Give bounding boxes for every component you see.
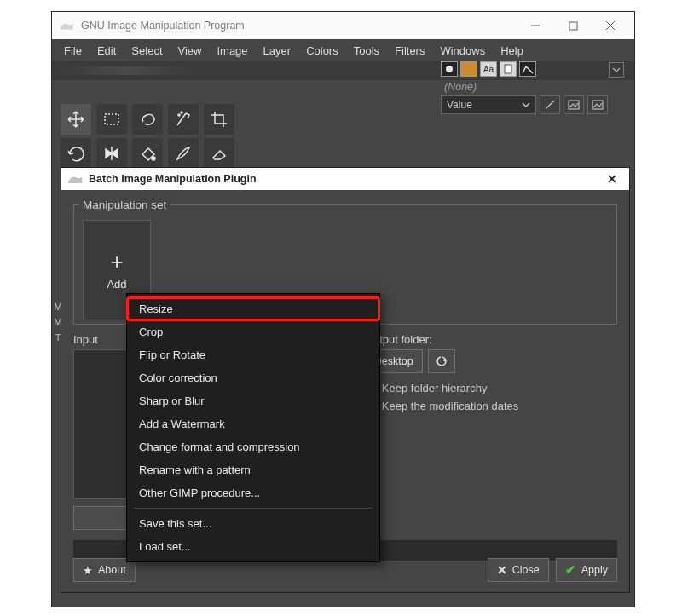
keep-dates-checkbox[interactable]: Keep the modification dates	[365, 400, 617, 412]
titlebar: GNU Image Manipulation Program	[52, 12, 634, 39]
tab-document-icon[interactable]	[500, 61, 517, 77]
gimp-logo-icon	[66, 173, 84, 185]
menu-item-crop[interactable]: Crop	[127, 320, 379, 343]
toolbox	[61, 104, 234, 169]
channel-select-value: Value	[447, 99, 472, 111]
image-icon-button-2[interactable]	[587, 95, 608, 114]
minimize-button[interactable]	[517, 12, 554, 39]
maximize-button[interactable]	[554, 12, 592, 39]
menu-tools[interactable]: Tools	[347, 42, 386, 60]
channel-select[interactable]: Value	[441, 95, 536, 114]
right-panel: Aa (None) Value	[441, 61, 624, 138]
svg-point-12	[152, 157, 155, 160]
dialog-titlebar: Batch Image Manipulation Plugin ✕	[61, 168, 629, 190]
keep-hierarchy-checkbox[interactable]: Keep folder hierarchy	[365, 382, 617, 394]
svg-point-4	[446, 66, 453, 72]
menu-colors[interactable]: Colors	[299, 42, 345, 60]
crop-tool[interactable]	[204, 104, 234, 135]
free-select-tool[interactable]	[132, 104, 163, 135]
apply-button[interactable]: ✔ Apply	[556, 558, 617, 582]
check-icon: ✔	[565, 562, 576, 578]
menu-item-load-set[interactable]: Load set...	[127, 535, 379, 558]
tab-patterns-icon[interactable]	[460, 61, 477, 77]
menu-item-flip-rotate[interactable]: Flip or Rotate	[127, 343, 379, 366]
menu-layer[interactable]: Layer	[257, 42, 298, 60]
window-title: GNU Image Manipulation Program	[81, 20, 245, 32]
svg-point-11	[181, 112, 182, 113]
add-manipulation-menu: Resize Crop Flip or Rotate Color correct…	[126, 293, 380, 562]
menu-item-save-set[interactable]: Save this set...	[127, 512, 379, 535]
linear-histogram-button[interactable]	[540, 95, 560, 114]
undo-icon	[436, 355, 448, 367]
manipulation-set-label: Manipulation set	[79, 199, 170, 211]
menu-file[interactable]: File	[57, 42, 89, 60]
histogram-source-label: (None)	[444, 81, 624, 93]
panel-menu-icon[interactable]	[609, 62, 624, 78]
plus-icon: +	[110, 250, 123, 273]
chevron-down-icon	[522, 101, 530, 109]
dialog-title: Batch Image Manipulation Plugin	[89, 173, 257, 185]
svg-rect-5	[505, 65, 512, 73]
apply-label: Apply	[581, 564, 608, 576]
close-label: Close	[512, 564, 540, 576]
move-tool[interactable]	[61, 104, 91, 135]
menu-item-resize[interactable]: Resize	[127, 297, 379, 320]
window-close-button[interactable]	[592, 12, 629, 39]
menu-help[interactable]: Help	[494, 42, 530, 60]
menu-item-color-correction[interactable]: Color correction	[127, 366, 379, 389]
svg-line-6	[546, 101, 554, 109]
bucket-fill-tool[interactable]	[132, 138, 163, 169]
menu-item-sharp-blur[interactable]: Sharp or Blur	[127, 389, 379, 412]
dialog-close-button[interactable]: ✕	[600, 168, 624, 190]
tab-brushes-icon[interactable]	[441, 61, 458, 77]
menu-image[interactable]: Image	[210, 42, 254, 60]
close-icon: ✕	[497, 563, 507, 577]
eraser-tool[interactable]	[204, 138, 234, 169]
fuzzy-select-tool[interactable]	[168, 104, 199, 135]
close-button[interactable]: ✕ Close	[488, 558, 549, 582]
about-label: About	[98, 564, 126, 576]
tab-histogram-icon[interactable]	[519, 61, 536, 77]
image-icon-button-1[interactable]	[564, 95, 584, 114]
paintbrush-tool[interactable]	[168, 138, 199, 169]
svg-rect-9	[105, 114, 118, 124]
menu-item-watermark[interactable]: Add a Watermark	[127, 412, 379, 435]
menu-view[interactable]: View	[171, 42, 209, 60]
flip-tool[interactable]	[96, 138, 127, 169]
svg-point-10	[178, 114, 180, 116]
menu-select[interactable]: Select	[124, 42, 169, 60]
menu-item-other-procedure[interactable]: Other GIMP procedure...	[127, 481, 379, 504]
keep-hierarchy-label: Keep folder hierarchy	[382, 382, 488, 394]
menu-item-rename-pattern[interactable]: Rename with a pattern	[127, 458, 379, 481]
output-folder-label: Output folder:	[365, 333, 617, 346]
svg-rect-1	[569, 22, 577, 30]
rect-select-tool[interactable]	[96, 104, 127, 135]
keep-dates-label: Keep the modification dates	[382, 400, 518, 412]
menu-separator	[134, 508, 373, 509]
star-icon: ★	[83, 564, 93, 577]
menu-filters[interactable]: Filters	[388, 42, 431, 60]
add-label: Add	[107, 278, 126, 291]
gimp-main-window: GNU Image Manipulation Program File Edit…	[51, 11, 635, 607]
menu-item-format-compression[interactable]: Change format and compression	[127, 435, 379, 458]
menu-windows[interactable]: Windows	[433, 42, 492, 60]
reset-output-button[interactable]	[428, 349, 455, 373]
gimp-logo-icon	[59, 20, 74, 32]
menubar: File Edit Select View Image Layer Colors…	[52, 39, 634, 61]
rotate-tool[interactable]	[61, 138, 91, 169]
menu-edit[interactable]: Edit	[90, 42, 123, 60]
tab-fonts-icon[interactable]: Aa	[480, 61, 497, 77]
